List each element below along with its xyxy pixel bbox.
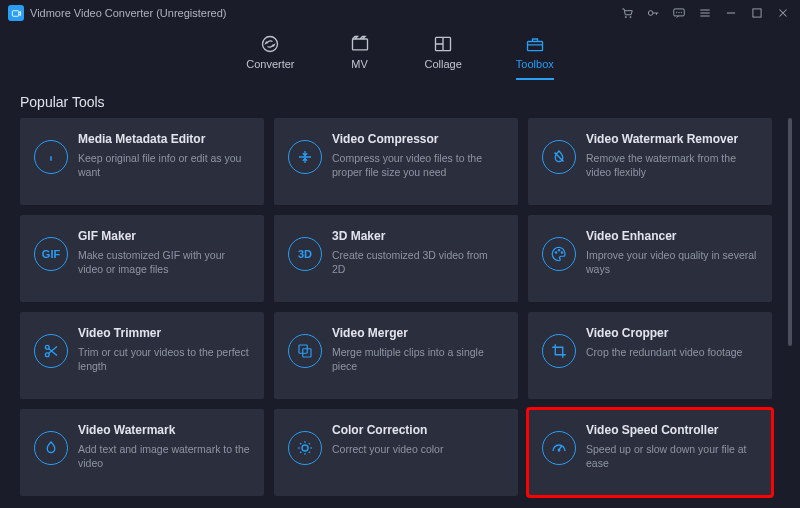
tool-3d-maker[interactable]: 3D 3D Maker Create customized 3D video f… — [274, 215, 518, 302]
tool-desc: Remove the watermark from the video flex… — [586, 151, 758, 179]
tool-desc: Speed up or slow down your file at ease — [586, 442, 758, 470]
svg-point-1 — [625, 17, 626, 18]
svg-point-7 — [681, 12, 682, 13]
svg-point-15 — [561, 252, 563, 254]
tab-mv[interactable]: MV — [349, 34, 371, 80]
svg-rect-10 — [352, 39, 367, 50]
maximize-icon[interactable] — [750, 6, 764, 20]
tool-title: Video Cropper — [586, 326, 758, 340]
key-icon[interactable] — [646, 6, 660, 20]
svg-point-3 — [648, 11, 653, 16]
converter-icon — [259, 34, 281, 54]
icon-text: GIF — [42, 248, 60, 260]
tool-desc: Add text and image watermark to the vide… — [78, 442, 250, 470]
svg-rect-12 — [527, 42, 542, 51]
tool-gif-maker[interactable]: GIF GIF Maker Make customized GIF with y… — [20, 215, 264, 302]
svg-point-2 — [630, 17, 631, 18]
tool-title: Video Watermark — [78, 423, 250, 437]
compress-icon — [288, 140, 322, 174]
app-title: Vidmore Video Converter (Unregistered) — [30, 7, 226, 19]
scrollbar[interactable] — [786, 118, 794, 496]
menu-icon[interactable] — [698, 6, 712, 20]
tool-video-watermark-remover[interactable]: Video Watermark Remover Remove the water… — [528, 118, 772, 205]
tool-desc: Correct your video color — [332, 442, 504, 456]
svg-point-20 — [302, 445, 308, 451]
titlebar-right — [620, 6, 790, 20]
tool-video-merger[interactable]: Video Merger Merge multiple clips into a… — [274, 312, 518, 399]
scrollbar-thumb[interactable] — [788, 118, 792, 346]
svg-point-5 — [676, 12, 677, 13]
toolbox-icon — [524, 34, 546, 54]
tool-desc: Compress your video files to the proper … — [332, 151, 504, 179]
tool-title: Video Compressor — [332, 132, 504, 146]
tab-converter[interactable]: Converter — [246, 34, 294, 80]
tool-title: 3D Maker — [332, 229, 504, 243]
main-nav: Converter MV Collage Toolbox — [0, 26, 800, 80]
tool-title: Video Trimmer — [78, 326, 250, 340]
app-logo-icon — [8, 5, 24, 21]
tool-video-speed-controller[interactable]: Video Speed Controller Speed up or slow … — [528, 409, 772, 496]
crop-icon — [542, 334, 576, 368]
svg-point-14 — [558, 250, 560, 252]
merge-icon — [288, 334, 322, 368]
nav-label: MV — [351, 58, 368, 70]
tool-title: GIF Maker — [78, 229, 250, 243]
tool-video-trimmer[interactable]: Video Trimmer Trim or cut your videos to… — [20, 312, 264, 399]
tool-media-metadata-editor[interactable]: Media Metadata Editor Keep original file… — [20, 118, 264, 205]
svg-point-6 — [679, 12, 680, 13]
titlebar: Vidmore Video Converter (Unregistered) — [0, 0, 800, 26]
titlebar-left: Vidmore Video Converter (Unregistered) — [8, 5, 226, 21]
tool-title: Color Correction — [332, 423, 504, 437]
tool-desc: Crop the redundant video footage — [586, 345, 758, 359]
tool-color-correction[interactable]: Color Correction Correct your video colo… — [274, 409, 518, 496]
gauge-icon — [542, 431, 576, 465]
svg-rect-0 — [12, 10, 18, 16]
gif-icon: GIF — [34, 237, 68, 271]
tool-video-compressor[interactable]: Video Compressor Compress your video fil… — [274, 118, 518, 205]
svg-point-21 — [558, 450, 560, 452]
tool-video-watermark[interactable]: Video Watermark Add text and image water… — [20, 409, 264, 496]
tool-desc: Create customized 3D video from 2D — [332, 248, 504, 276]
svg-point-13 — [555, 252, 557, 254]
svg-point-16 — [45, 345, 49, 349]
close-icon[interactable] — [776, 6, 790, 20]
palette-icon — [542, 237, 576, 271]
tool-desc: Keep original file info or edit as you w… — [78, 151, 250, 179]
mv-icon — [349, 34, 371, 54]
tool-video-cropper[interactable]: Video Cropper Crop the redundant video f… — [528, 312, 772, 399]
tool-desc: Make customized GIF with your video or i… — [78, 248, 250, 276]
nav-label: Collage — [425, 58, 462, 70]
tool-title: Video Speed Controller — [586, 423, 758, 437]
tool-title: Video Enhancer — [586, 229, 758, 243]
tool-desc: Trim or cut your videos to the perfect l… — [78, 345, 250, 373]
feedback-icon[interactable] — [672, 6, 686, 20]
tool-title: Media Metadata Editor — [78, 132, 250, 146]
collage-icon — [432, 34, 454, 54]
droplet-icon — [34, 431, 68, 465]
watermark-remove-icon — [542, 140, 576, 174]
minimize-icon[interactable] — [724, 6, 738, 20]
content-wrap: Media Metadata Editor Keep original file… — [0, 118, 800, 508]
section-title: Popular Tools — [0, 80, 800, 118]
sun-icon — [288, 431, 322, 465]
tab-toolbox[interactable]: Toolbox — [516, 34, 554, 80]
nav-label: Toolbox — [516, 58, 554, 70]
svg-point-17 — [45, 353, 49, 357]
tool-video-enhancer[interactable]: Video Enhancer Improve your video qualit… — [528, 215, 772, 302]
tab-collage[interactable]: Collage — [425, 34, 462, 80]
tool-title: Video Watermark Remover — [586, 132, 758, 146]
nav-label: Converter — [246, 58, 294, 70]
scissors-icon — [34, 334, 68, 368]
icon-text: 3D — [298, 248, 312, 260]
tool-title: Video Merger — [332, 326, 504, 340]
tools-grid: Media Metadata Editor Keep original file… — [0, 118, 786, 508]
tool-desc: Improve your video quality in several wa… — [586, 248, 758, 276]
three-d-icon: 3D — [288, 237, 322, 271]
cart-icon[interactable] — [620, 6, 634, 20]
svg-rect-8 — [753, 9, 761, 17]
info-icon — [34, 140, 68, 174]
tool-desc: Merge multiple clips into a single piece — [332, 345, 504, 373]
